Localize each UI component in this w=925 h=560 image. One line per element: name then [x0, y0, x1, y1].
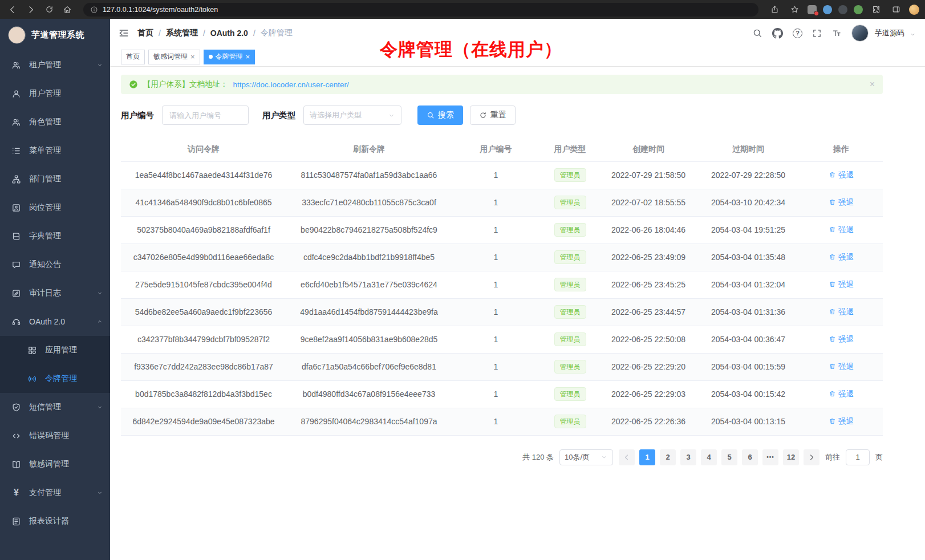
force-logout-button[interactable]: 强退	[829, 197, 854, 208]
expire-time-cell: 2054-03-04 01:32:04	[697, 271, 800, 298]
force-logout-label: 强退	[838, 197, 854, 208]
sidebar-item-dict[interactable]: 字典管理	[0, 222, 110, 250]
home-icon[interactable]	[60, 3, 74, 17]
user-type-select[interactable]: 请选择用户类型	[303, 105, 401, 125]
force-logout-label: 强退	[838, 362, 854, 372]
search-icon[interactable]	[752, 28, 762, 38]
user-type-cell: 管理员	[540, 244, 600, 271]
force-logout-button[interactable]: 强退	[829, 389, 854, 399]
edit-log-icon	[11, 289, 21, 298]
extension-icon-dark[interactable]	[838, 5, 847, 14]
force-logout-button[interactable]: 强退	[829, 170, 854, 180]
page-button-6[interactable]: 6	[742, 449, 758, 465]
sidebar-item-report-designer[interactable]: 报表设计器	[0, 507, 110, 535]
action-cell: 强退	[800, 244, 883, 271]
forward-icon[interactable]	[24, 3, 38, 17]
force-logout-button[interactable]: 强退	[829, 334, 854, 344]
force-logout-button[interactable]: 强退	[829, 416, 854, 427]
sidebar-item-token-management[interactable]: 令牌管理	[0, 364, 110, 393]
close-icon[interactable]: ×	[870, 79, 875, 90]
sidebar-item-user[interactable]: 用户管理	[0, 79, 110, 108]
tab-home[interactable]: 首页	[121, 50, 145, 64]
back-icon[interactable]	[6, 3, 19, 17]
action-cell: 强退	[800, 353, 883, 380]
reload-icon[interactable]	[42, 3, 56, 17]
tab-sensitive-words[interactable]: 敏感词管理 ×	[148, 50, 200, 64]
sidebar-item-payment[interactable]: ¥ 支付管理	[0, 478, 110, 507]
goto-page-input[interactable]	[846, 449, 870, 465]
breadcrumb-oauth[interactable]: OAuth 2.0	[210, 29, 248, 38]
sidebar-item-sensitive-words[interactable]: 敏感词管理	[0, 450, 110, 478]
sidebar-item-sms[interactable]: 短信管理	[0, 393, 110, 421]
book-icon	[11, 232, 21, 241]
force-logout-label: 强退	[838, 334, 854, 344]
close-icon[interactable]: ×	[190, 53, 195, 60]
tab-token-management[interactable]: 令牌管理 ×	[204, 50, 255, 64]
user-type-cell: 管理员	[540, 408, 600, 435]
breadcrumb-system[interactable]: 系统管理	[166, 28, 198, 38]
sidebar-item-audit-log[interactable]: 审计日志	[0, 279, 110, 307]
extensions-puzzle-icon[interactable]	[869, 3, 883, 17]
page-button-12[interactable]: 12	[783, 449, 799, 465]
page-button-4[interactable]: 4	[701, 449, 717, 465]
access-token-cell: f9336e7c7dd242a283ee98dc86b17a87	[121, 353, 286, 380]
page-button-3[interactable]: 3	[680, 449, 696, 465]
breadcrumb-home[interactable]: 首页	[137, 28, 153, 38]
fullscreen-icon[interactable]	[812, 29, 822, 38]
sidebar-item-role[interactable]: 角色管理	[0, 108, 110, 136]
page-button-1[interactable]: 1	[639, 449, 655, 465]
help-icon[interactable]: ?	[793, 29, 802, 38]
prev-page-button[interactable]	[619, 449, 635, 465]
sidebar-item-notice[interactable]: 通知公告	[0, 250, 110, 279]
sidebar-item-app-management[interactable]: 应用管理	[0, 336, 110, 364]
extension-icon-blue[interactable]	[823, 5, 832, 14]
user-avatar[interactable]	[851, 25, 869, 42]
page-button-2[interactable]: 2	[660, 449, 676, 465]
sidebar-toggle-icon[interactable]	[118, 27, 129, 39]
username[interactable]: 芋道源码	[875, 28, 904, 38]
more-pages-button[interactable]: •••	[762, 449, 778, 465]
user-id-cell: 1	[452, 380, 540, 408]
site-info-icon[interactable]	[90, 6, 98, 14]
share-icon[interactable]	[768, 3, 781, 17]
force-logout-button[interactable]: 强退	[829, 362, 854, 372]
font-size-icon[interactable]	[831, 28, 842, 38]
next-page-button[interactable]	[804, 449, 819, 465]
headset-icon	[11, 317, 21, 327]
user-id-input[interactable]	[162, 105, 249, 125]
sidebar-item-label: 敏感词管理	[29, 459, 103, 469]
sidebar-item-label: 通知公告	[29, 259, 103, 270]
create-time-cell: 2022-06-25 23:45:25	[600, 271, 697, 298]
alert-doc-link[interactable]: https://doc.iocoder.cn/user-center/	[233, 80, 349, 89]
bookmark-star-icon[interactable]	[788, 3, 801, 17]
trash-icon	[829, 198, 836, 206]
side-panel-icon[interactable]	[889, 3, 903, 17]
search-button[interactable]: 搜索	[417, 105, 463, 125]
url-bar[interactable]: 127.0.0.1:1024/system/oauth2/token	[83, 3, 758, 17]
browser-profile-avatar[interactable]	[909, 5, 919, 15]
extension-icon-badged[interactable]	[808, 5, 817, 14]
sidebar-menu: 租户管理 用户管理 角色管理 菜单管理 部门管理	[0, 51, 110, 535]
tab-label: 令牌管理	[216, 52, 243, 62]
github-icon[interactable]	[772, 28, 783, 39]
sidebar-item-menu[interactable]: 菜单管理	[0, 136, 110, 165]
user-menu-caret-icon[interactable]	[910, 31, 916, 38]
extension-icon-green[interactable]	[854, 5, 863, 14]
reset-button[interactable]: 重置	[470, 105, 516, 125]
sidebar-item-error-code[interactable]: 错误码管理	[0, 421, 110, 450]
force-logout-button[interactable]: 强退	[829, 279, 854, 290]
force-logout-button[interactable]: 强退	[829, 252, 854, 262]
force-logout-button[interactable]: 强退	[829, 307, 854, 317]
main-area: 首页 / 系统管理 / OAuth 2.0 / 令牌管理 ? 芋道源码	[110, 19, 925, 560]
token-table: 访问令牌 刷新令牌 用户编号 用户类型 创建时间 过期时间 操作	[121, 137, 883, 436]
sidebar-item-oauth[interactable]: OAuth 2.0	[0, 307, 110, 336]
refresh-token-cell: dfa6c71a50a54c66bef706ef9e6e8d81	[286, 353, 452, 380]
sidebar-item-post[interactable]: 岗位管理	[0, 193, 110, 222]
sidebar-item-dept[interactable]: 部门管理	[0, 165, 110, 193]
action-cell: 强退	[800, 216, 883, 244]
page-button-5[interactable]: 5	[721, 449, 737, 465]
close-icon[interactable]: ×	[246, 53, 250, 60]
page-size-select[interactable]: 10条/页	[559, 449, 613, 465]
sidebar-item-tenant[interactable]: 租户管理	[0, 51, 110, 79]
force-logout-button[interactable]: 强退	[829, 225, 854, 235]
